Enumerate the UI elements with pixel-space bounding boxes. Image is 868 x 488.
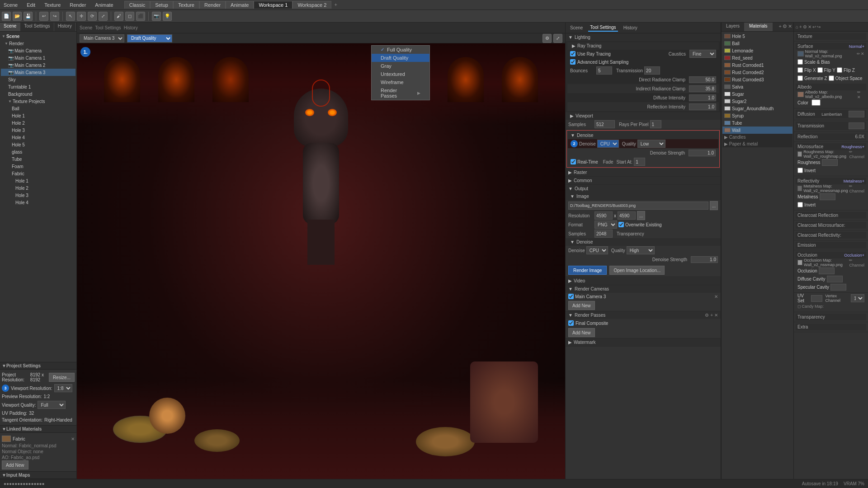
menu-render[interactable]: Render bbox=[68, 1, 88, 9]
render-image-button[interactable]: Render Image bbox=[568, 266, 607, 275]
add-mat-icon[interactable]: + bbox=[779, 23, 782, 30]
ray-tracing-header[interactable]: ▶ Ray Tracing bbox=[567, 42, 719, 50]
diffusion-value-input[interactable]: 1.0 bbox=[849, 111, 864, 117]
tree-foam[interactable]: Foam bbox=[1, 163, 75, 170]
tree-fabric[interactable]: Fabric bbox=[1, 170, 75, 177]
mat-sugar2[interactable]: Sugar2 bbox=[722, 98, 793, 105]
remove-camera-icon[interactable]: ✕ bbox=[714, 294, 718, 299]
mat-syrup[interactable]: Syrup bbox=[722, 112, 793, 119]
camera-icon[interactable]: 📷 bbox=[152, 12, 161, 21]
mat-redseed[interactable]: Red_seed bbox=[722, 54, 793, 61]
mat-salva[interactable]: Salva bbox=[722, 83, 793, 90]
invert-rough-checkbox[interactable] bbox=[797, 168, 803, 173]
transmission-input[interactable] bbox=[644, 66, 660, 75]
add-workspace[interactable]: + bbox=[331, 1, 340, 9]
flipz-checkbox[interactable] bbox=[837, 67, 842, 73]
denoise-strength-input[interactable] bbox=[689, 150, 716, 156]
dropdown-untextured[interactable]: Untextured bbox=[372, 70, 429, 78]
viewport-quality-select[interactable]: FullMediumLow bbox=[38, 401, 66, 409]
rm-channel-icon[interactable]: Channel bbox=[849, 155, 864, 159]
mat-sugar[interactable]: Sugar bbox=[722, 90, 793, 98]
menu-animate[interactable]: Animate bbox=[93, 1, 115, 9]
rm-edit-icon[interactable]: ✏ bbox=[849, 150, 853, 154]
dropdown-render-passes[interactable]: Render Passes ▶ bbox=[372, 86, 429, 100]
tab-scene[interactable]: Scene bbox=[0, 23, 20, 31]
tab-workspace2[interactable]: Workspace 2 bbox=[292, 1, 331, 9]
browse-button[interactable]: ... bbox=[710, 201, 718, 210]
generatez-checkbox[interactable] bbox=[797, 75, 803, 81]
clearcoat-refl-header[interactable]: Clearcoat Reflection bbox=[796, 212, 866, 219]
tab-materials[interactable]: Materials bbox=[745, 23, 773, 31]
overwrite-checkbox[interactable] bbox=[618, 222, 624, 227]
tab-render[interactable]: Render bbox=[199, 1, 226, 9]
mid-tab-history[interactable]: History bbox=[622, 24, 639, 31]
tab-workspace1[interactable]: Workspace 1 bbox=[254, 1, 292, 9]
select-icon[interactable]: ↖ bbox=[66, 12, 75, 21]
clearcoat-micro-header[interactable]: Clearcoat Microsurface: bbox=[796, 222, 866, 229]
invert-metal-checkbox[interactable] bbox=[797, 202, 803, 207]
surface-header[interactable]: Surface Normal+ bbox=[796, 43, 866, 50]
mat-rust3[interactable]: Rust Corroded3 bbox=[722, 76, 793, 83]
denoise-strength-out-input[interactable] bbox=[691, 256, 718, 263]
tree-scene[interactable]: ▼Scene bbox=[1, 33, 75, 40]
settings-mat-icon[interactable]: ⚙ bbox=[783, 23, 787, 30]
resize-button[interactable]: Resize... bbox=[49, 373, 75, 382]
vertex-channel-select[interactable]: 12 bbox=[851, 294, 864, 302]
tree-hole5[interactable]: Hole 5 bbox=[1, 141, 75, 148]
menu-texture[interactable]: Texture bbox=[42, 1, 62, 9]
emission-header[interactable]: Emission bbox=[796, 242, 866, 249]
nm-delete-icon[interactable]: ✕ bbox=[861, 52, 864, 56]
indirect-radiance-input[interactable] bbox=[689, 85, 716, 92]
denoise-out-header[interactable]: ▼ Denoise bbox=[566, 238, 721, 246]
mid-tab-scene[interactable]: Scene bbox=[568, 24, 585, 31]
format-select[interactable]: PNGJPEGEXR bbox=[594, 221, 617, 229]
use-ray-tracing-checkbox[interactable] bbox=[570, 51, 576, 56]
mm-edit-icon[interactable]: ✏ bbox=[849, 184, 853, 188]
tree-main-camera1[interactable]: 📷Main Camera 1 bbox=[1, 54, 75, 61]
tree-sub-hole3[interactable]: Hole 3 bbox=[1, 192, 75, 199]
passes-add-icon[interactable]: + bbox=[710, 313, 713, 318]
specular-cavity-input[interactable]: 0.255 bbox=[830, 284, 846, 291]
tab-animate[interactable]: Animate bbox=[226, 1, 254, 9]
tree-tube[interactable]: Tube bbox=[1, 155, 75, 163]
add-camera-button[interactable]: Add New bbox=[568, 301, 595, 310]
diffusion-header[interactable]: Diffusion Lambertian 1.0 bbox=[796, 110, 866, 118]
fr-history-icon[interactable]: ↩ bbox=[812, 24, 816, 29]
diffuse-cavity-input[interactable]: 0.287 bbox=[827, 276, 843, 282]
metalness-input[interactable]: 1.0 bbox=[820, 193, 835, 200]
texture-header-fr[interactable]: Texture bbox=[796, 33, 866, 40]
samples-out-input[interactable] bbox=[594, 230, 613, 238]
objspace-checkbox[interactable] bbox=[829, 75, 834, 81]
undo-icon[interactable]: ↩ bbox=[39, 12, 48, 21]
tree-sub-hole2[interactable]: Hole 2 bbox=[1, 184, 75, 192]
reflection-header[interactable]: Reflection 6.0X bbox=[796, 133, 866, 140]
tab-layers[interactable]: Layers bbox=[722, 23, 745, 31]
tree-main-camera3[interactable]: 📷Main Camera 3 bbox=[1, 69, 75, 76]
tree-main-camera2[interactable]: 📷Main Camera 2 bbox=[1, 61, 75, 69]
tree-hole2[interactable]: Hole 2 bbox=[1, 119, 75, 127]
dropdown-gray[interactable]: Gray bbox=[372, 62, 429, 70]
start-at-input[interactable] bbox=[634, 158, 645, 166]
denoise-type-select[interactable]: CPUGPU bbox=[597, 140, 619, 148]
tree-background[interactable]: Background bbox=[1, 90, 75, 98]
tab-setup[interactable]: Setup bbox=[150, 1, 173, 9]
denoise-out-quality-select[interactable]: HighMediumLow bbox=[627, 246, 655, 254]
occ-edit-icon[interactable]: ✏ bbox=[849, 258, 853, 263]
tree-render[interactable]: ▼Render bbox=[1, 40, 75, 47]
dropdown-draft-quality[interactable]: Draft Quality bbox=[372, 54, 429, 62]
denoise-quality-select[interactable]: LowMediumHigh bbox=[637, 140, 665, 148]
res-menu-button[interactable]: ... bbox=[637, 211, 645, 220]
direct-radiance-input[interactable] bbox=[689, 76, 716, 83]
common-header[interactable]: ▶ Common bbox=[566, 177, 721, 184]
light-icon[interactable]: 💡 bbox=[163, 12, 172, 21]
remove-mat-icon[interactable]: ✕ bbox=[788, 23, 792, 30]
diffuse-intensity-input[interactable] bbox=[689, 94, 716, 101]
move-icon[interactable]: ✛ bbox=[77, 12, 86, 21]
fr-add-icon[interactable]: + bbox=[799, 24, 802, 29]
tree-ball[interactable]: Ball bbox=[1, 105, 75, 112]
video-header[interactable]: ▶ Video bbox=[566, 277, 721, 285]
passes-settings-icon[interactable]: ⚙ bbox=[705, 313, 709, 318]
bounces-input[interactable] bbox=[596, 66, 612, 75]
color-swatch[interactable] bbox=[811, 99, 821, 106]
image-path-input[interactable] bbox=[568, 202, 708, 210]
